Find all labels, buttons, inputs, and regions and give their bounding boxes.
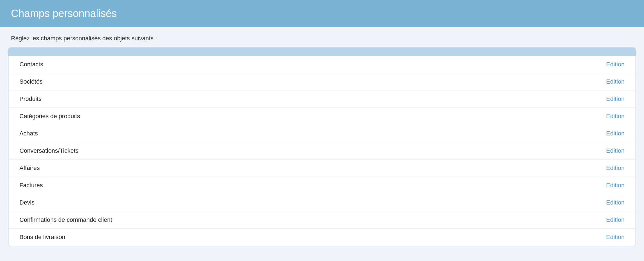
item-label-societes: Sociétés xyxy=(19,78,42,85)
item-label-devis: Devis xyxy=(19,199,34,206)
list-items: ContactsEditionSociétésEditionProduitsEd… xyxy=(8,56,636,246)
list-item-societes: SociétésEdition xyxy=(8,73,636,90)
edition-button-achats[interactable]: Edition xyxy=(606,130,625,137)
list-item-bons-livraison: Bons de livraisonEdition xyxy=(8,229,636,246)
edition-button-confirmations-commande[interactable]: Edition xyxy=(606,216,625,223)
item-label-achats: Achats xyxy=(19,130,38,137)
item-label-affaires: Affaires xyxy=(19,164,40,172)
edition-button-bons-livraison[interactable]: Edition xyxy=(606,234,625,241)
item-label-bons-livraison: Bons de livraison xyxy=(19,234,65,241)
page-subtitle: Réglez les champs personnalisés des obje… xyxy=(0,27,644,47)
list-item-confirmations-commande: Confirmations de commande clientEdition xyxy=(8,211,636,229)
edition-button-contacts[interactable]: Edition xyxy=(606,61,625,68)
page-header: Champs personnalisés xyxy=(0,0,644,27)
edition-button-produits[interactable]: Edition xyxy=(606,95,625,103)
edition-button-devis[interactable]: Edition xyxy=(606,199,625,206)
list-item-conversations-tickets: Conversations/TicketsEdition xyxy=(8,142,636,160)
edition-button-societes[interactable]: Edition xyxy=(606,78,625,85)
item-label-factures: Factures xyxy=(19,182,43,189)
list-item-affaires: AffairesEdition xyxy=(8,160,636,177)
page-wrapper: Champs personnalisés Réglez les champs p… xyxy=(0,0,644,246)
list-item-achats: AchatsEdition xyxy=(8,125,636,142)
edition-button-affaires[interactable]: Edition xyxy=(606,164,625,172)
list-item-categories-produits: Catégories de produitsEdition xyxy=(8,108,636,125)
list-header-bar xyxy=(8,48,636,56)
item-label-confirmations-commande: Confirmations de commande client xyxy=(19,216,112,223)
item-label-conversations-tickets: Conversations/Tickets xyxy=(19,147,79,154)
item-label-contacts: Contacts xyxy=(19,61,43,68)
list-item-contacts: ContactsEdition xyxy=(8,56,636,73)
list-item-produits: ProduitsEdition xyxy=(8,90,636,108)
edition-button-categories-produits[interactable]: Edition xyxy=(606,113,625,120)
item-label-produits: Produits xyxy=(19,95,42,103)
edition-button-conversations-tickets[interactable]: Edition xyxy=(606,147,625,154)
list-item-factures: FacturesEdition xyxy=(8,177,636,194)
list-item-devis: DevisEdition xyxy=(8,194,636,211)
list-container: ContactsEditionSociétésEditionProduitsEd… xyxy=(8,47,636,246)
item-label-categories-produits: Catégories de produits xyxy=(19,113,80,120)
edition-button-factures[interactable]: Edition xyxy=(606,182,625,189)
page-title: Champs personnalisés xyxy=(11,8,633,19)
